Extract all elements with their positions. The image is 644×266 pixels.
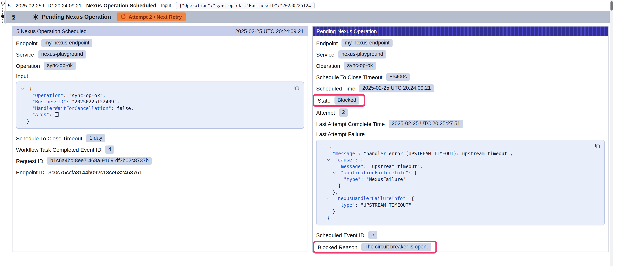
field-label: Scheduled Event ID: [316, 232, 364, 238]
field-label: Operation: [316, 63, 340, 69]
field-row-workflow-task-completed-event-id: Workflow Task Completed Event ID 4: [12, 144, 308, 155]
endpoint-id-link[interactable]: 3c0c75ccfa8144b092c13ce632463761: [48, 169, 142, 175]
field-label: Service: [316, 51, 334, 58]
field-label: Service: [16, 51, 34, 58]
field-label: Endpoint: [16, 40, 38, 46]
state-annotation-highlight: State Blocked: [313, 94, 365, 107]
timeline-start-ring-icon: [1, 2, 5, 5]
field-value-badge: 4: [105, 145, 114, 154]
field-value-badge: 2: [339, 108, 348, 117]
field-row-endpoint-id: Endpoint ID 3c0c75ccfa8144b092c13ce63246…: [12, 167, 308, 178]
collapse-chevron-icon[interactable]: [327, 158, 330, 161]
pending-operation-panel: Pending Nexus Operation Endpoint my-nexu…: [312, 26, 608, 252]
json-lines: { "Operation": "sync-op-ok", "BusinessID…: [21, 86, 299, 124]
blocked-reason-annotation-highlight: Blocked Reason The circuit breaker is op…: [313, 240, 437, 254]
field-value-badge: my-nexus-endpoint: [42, 39, 92, 47]
field-row-endpoint: Endpoint my-nexus-endpoint: [313, 38, 608, 49]
field-row-scheduled-event-id: Scheduled Event ID 5: [313, 229, 608, 241]
field-value-badge: my-nexus-endpoint: [342, 39, 393, 47]
retry-attempt-badge: Attempt 2 • Next Retry: [116, 13, 186, 21]
event-row-scheduled[interactable]: 5 2025-02-25 UTC 20:24:09.21 Nexus Opera…: [6, 1, 644, 11]
copy-icon[interactable]: [294, 85, 300, 91]
field-label: Workflow Task Completed Event ID: [16, 146, 101, 153]
vertical-scrollbar[interactable]: [610, 1, 613, 266]
field-row-schedule-to-close-timeout: Schedule To Close Timeout 86400s: [313, 71, 608, 83]
failure-json-viewer: { "message": "handler error (UPSTREAM_TI…: [316, 140, 605, 225]
event-title: Nexus Operation Scheduled: [86, 3, 156, 9]
field-label: Request ID: [16, 158, 43, 164]
field-label: Schedule To Close Timeout: [316, 74, 382, 80]
field-row-last-attempt-complete-time: Last Attempt Complete Time 2025-02-25 UT…: [313, 118, 608, 129]
field-label: Endpoint: [316, 40, 338, 46]
field-label: Endpoint ID: [16, 169, 44, 175]
pending-event-title: Pending Nexus Operation: [42, 14, 111, 20]
field-row-state: State Blocked: [313, 94, 608, 107]
timeline-dotted-line: [2, 6, 3, 23]
workflow-history-view: 5 2025-02-25 UTC 20:24:09.21 Nexus Opera…: [0, 0, 644, 266]
field-value-badge: b1c6a4bc-8ee7-468a-9169-df3b02c8737b: [47, 157, 152, 165]
collapse-chevron-icon[interactable]: [333, 171, 336, 174]
scheduled-panel-title: 5 Nexus Operation Scheduled: [16, 28, 86, 34]
viewport-scaler: 5 2025-02-25 UTC 20:24:09.21 Nexus Opera…: [0, 0, 644, 266]
input-json-viewer: { "Operation": "sync-op-ok", "BusinessID…: [16, 82, 304, 129]
state-value-badge: Blocked: [334, 96, 359, 105]
scheduled-event-panel: 5 Nexus Operation Scheduled 2025-02-25 U…: [12, 26, 308, 252]
scheduled-panel-body: Endpoint my-nexus-endpoint Service nexus…: [12, 36, 308, 178]
field-label: Attempt: [316, 109, 335, 116]
field-value-badge: sync-op-ok: [344, 61, 376, 70]
field-value-badge: sync-op-ok: [44, 61, 76, 70]
empty-array-box-icon: [55, 112, 59, 117]
scheduled-panel-timestamp: 2025-02-25 UTC 20:24:09.21: [235, 28, 304, 34]
field-row-request-id: Request ID b1c6a4bc-8ee7-468a-9169-df3b0…: [12, 155, 308, 167]
circular-arrow-icon: [120, 14, 126, 20]
field-label: Schedule To Close Timeout: [16, 135, 82, 141]
pending-panel-header[interactable]: Pending Nexus Operation: [313, 27, 608, 36]
event-id: 5: [8, 3, 11, 9]
input-section-label: Input: [12, 71, 308, 81]
scheduled-panel-header[interactable]: 5 Nexus Operation Scheduled 2025-02-25 U…: [12, 27, 308, 36]
json-lines: { "message": "handler error (UPSTREAM_TI…: [321, 144, 600, 221]
field-row-attempt: Attempt 2: [313, 107, 608, 118]
field-label: State: [318, 97, 330, 104]
field-value-badge: 5: [368, 231, 378, 239]
pending-panel-body: Endpoint my-nexus-endpoint Service nexus…: [313, 36, 608, 253]
retry-badge-label: Attempt 2 • Next Retry: [129, 14, 182, 20]
collapse-chevron-icon[interactable]: [22, 87, 24, 90]
field-label: Last Attempt Complete Time: [316, 121, 385, 127]
event-detail-panels: 5 Nexus Operation Scheduled 2025-02-25 U…: [12, 26, 608, 252]
collapse-chevron-icon[interactable]: [327, 197, 330, 199]
input-preview-chip[interactable]: {"Operation":"sync-op-ok","BusinessID":"…: [176, 2, 314, 9]
field-value-badge: 2025-02-25 UTC 20:24:09.21: [359, 84, 434, 93]
scrollbar-thumb[interactable]: [610, 1, 613, 11]
event-id-link[interactable]: 5: [12, 14, 15, 20]
field-value-badge: nexus-playground: [338, 50, 386, 59]
last-attempt-failure-label: Last Attempt Failure: [313, 129, 608, 139]
field-row-service: Service nexus-playground: [313, 49, 608, 60]
field-row-schedule-to-close-timeout: Schedule To Close Timeout 1 day: [12, 133, 308, 144]
blocked-reason-value-badge: The circuit breaker is open.: [361, 243, 431, 251]
field-label: Scheduled Time: [316, 85, 355, 92]
pending-panel-title: Pending Nexus Operation: [316, 28, 377, 34]
event-timestamp: 2025-02-25 UTC 20:24:09.21: [16, 3, 82, 9]
field-row-endpoint: Endpoint my-nexus-endpoint: [12, 38, 308, 49]
field-row-scheduled-time: Scheduled Time 2025-02-25 UTC 20:24:09.2…: [313, 83, 608, 94]
field-row-operation: Operation sync-op-ok: [313, 60, 608, 71]
field-row-blocked-reason: Blocked Reason The circuit breaker is op…: [313, 241, 608, 253]
field-value-badge: nexus-playground: [38, 50, 86, 59]
timeline-event-dot-icon: [1, 15, 4, 18]
field-value-badge: 2025-02-25 UTC 20:25:27.51: [389, 120, 463, 128]
field-value-badge: 1 day: [86, 134, 105, 143]
field-row-operation: Operation sync-op-ok: [12, 60, 308, 71]
input-label: Input: [161, 3, 171, 8]
field-row-service: Service nexus-playground: [12, 49, 308, 60]
collapse-chevron-icon[interactable]: [322, 145, 324, 148]
event-timeline-lane: [0, 1, 6, 24]
field-value-badge: 86400s: [386, 73, 410, 81]
field-label: Blocked Reason: [318, 244, 358, 250]
copy-icon[interactable]: [594, 143, 600, 149]
asterisk-icon: [32, 14, 38, 20]
event-row-pending[interactable]: 5 Pending Nexus Operation Attempt 2 • Ne…: [4, 11, 610, 23]
field-label: Operation: [16, 63, 40, 69]
